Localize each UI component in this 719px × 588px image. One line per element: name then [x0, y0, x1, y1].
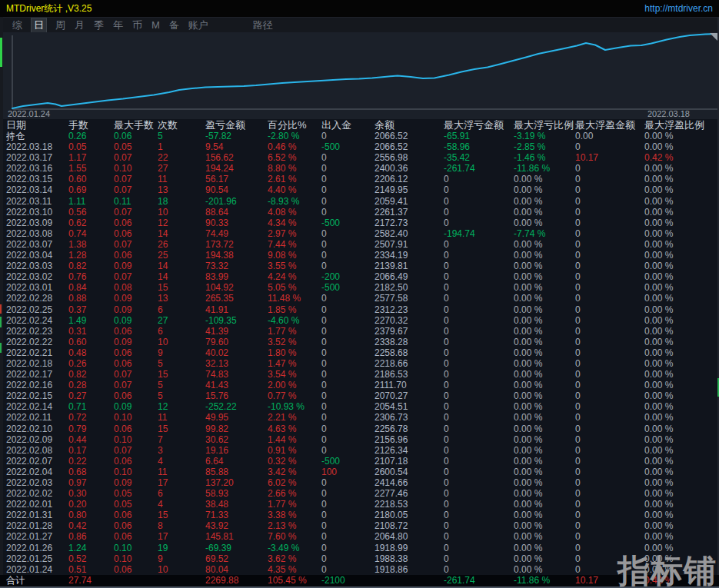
- table-row[interactable]: 2022.03.140.690.071390.544.40 %02149.950…: [0, 184, 719, 195]
- cell: 0: [575, 304, 644, 315]
- table-row[interactable]: 2022.03.071.380.0726173.727.44 %02507.91…: [0, 239, 719, 250]
- table-row[interactable]: 2022.02.020.300.05658.932.66 %02277.4600…: [0, 488, 719, 499]
- menu-item-路径[interactable]: 路径: [253, 18, 273, 32]
- cell: 0: [444, 553, 514, 564]
- table-row[interactable]: 2022.02.030.970.0917137.206.02 %02414.66…: [0, 477, 719, 488]
- cell: 2022.02.04: [6, 467, 68, 477]
- table-row[interactable]: 2022.03.161.550.1027194.248.80 %02400.36…: [0, 163, 719, 174]
- table-row[interactable]: 2022.03.010.840.0815104.925.05 %-5002182…: [0, 282, 719, 293]
- cell: 0.06: [114, 131, 158, 141]
- menu-item-综[interactable]: 综: [12, 18, 22, 32]
- cell: 0.00 %: [644, 445, 719, 456]
- table-row[interactable]: 2022.02.210.480.06940.021.80 %02258.6800…: [0, 347, 719, 358]
- cell: 1.28: [68, 250, 114, 261]
- table-row[interactable]: 2022.01.261.240.1019-69.39-3.49 %01918.9…: [0, 543, 719, 553]
- cell: 0: [575, 315, 644, 326]
- table-row[interactable]: 2022.03.020.760.071483.994.24 %-2002066.…: [0, 271, 719, 282]
- cell: 0.00 %: [644, 456, 719, 467]
- table-row[interactable]: 2022.03.111.110.1118-201.96-8.93 %02059.…: [0, 196, 719, 207]
- menu-item-周[interactable]: 周: [55, 18, 65, 32]
- table-row[interactable]: 2022.03.030.820.091473.323.55 %02139.810…: [0, 261, 719, 271]
- cell: 2022.03.08: [6, 228, 68, 239]
- table-row[interactable]: 2022.02.110.720.101149.952.21 %02306.730…: [0, 412, 719, 423]
- menu-item-账户[interactable]: 账户: [188, 18, 208, 32]
- table-row[interactable]: 2022.02.241.490.0927-109.35-4.60 %02270.…: [0, 315, 719, 326]
- table-row[interactable]: 2022.02.250.370.09641.911.85 %02312.2300…: [0, 304, 719, 315]
- table-row[interactable]: 2022.03.041.280.0625194.389.08 %02334.19…: [0, 250, 719, 261]
- table-row[interactable]: 2022.03.171.170.0722156.626.52 %02556.98…: [0, 152, 719, 163]
- cell: 0.00 %: [644, 531, 719, 542]
- table-row[interactable]: 2022.02.180.260.06532.131.47 %02218.6600…: [0, 358, 719, 369]
- table-row[interactable]: 2022.02.160.280.07541.432.00 %02111.7000…: [0, 380, 719, 390]
- cell: 2022.02.11: [6, 412, 68, 423]
- table-row[interactable]: 2022.02.100.790.061599.824.63 %02256.780…: [0, 424, 719, 434]
- table-row[interactable]: 2022.01.310.800.061571.333.38 %02180.050…: [0, 510, 719, 520]
- cell: 0: [321, 163, 374, 174]
- table-row[interactable]: 2022.02.090.440.10730.621.44 %02156.9600…: [0, 434, 719, 445]
- watermark: 指标铺: [617, 550, 717, 588]
- menu-item-季[interactable]: 季: [94, 18, 104, 32]
- cell: 2022.02.09: [6, 434, 68, 445]
- cell: 0.84: [68, 282, 114, 293]
- cell: 0: [444, 347, 514, 358]
- table-row[interactable]: 2022.02.140.710.0912-252.22-10.93 %02054…: [0, 401, 719, 412]
- cell: 0.00 %: [644, 196, 719, 207]
- table-row[interactable]: 2022.02.080.170.07319.160.91 %02126.3400…: [0, 445, 719, 456]
- border-accent: [0, 343, 2, 353]
- table-row[interactable]: 2022.02.150.270.06515.760.77 %02070.2700…: [0, 390, 719, 401]
- table-row[interactable]: 2022.02.040.680.101185.883.42 %1002600.5…: [0, 467, 719, 477]
- cell: 0.06: [114, 228, 158, 239]
- cell: 3.42 %: [268, 467, 321, 477]
- table-row[interactable]: 2022.01.280.420.06843.922.13 %02108.7200…: [0, 520, 719, 531]
- table-row[interactable]: 2022.02.010.200.05438.481.77 %02218.5300…: [0, 499, 719, 510]
- cell: 0.26: [68, 358, 114, 369]
- app-title: MTDriver统计 ,V3.25: [6, 2, 92, 15]
- cell: 0: [444, 326, 514, 337]
- table-row[interactable]: 持仓0.260.065-57.82-2.80 %02066.52-65.91-3…: [0, 131, 719, 141]
- table-row[interactable]: 2022.03.150.600.071156.172.61 %02206.120…: [0, 174, 719, 184]
- table-row[interactable]: 2022.03.100.560.071088.644.08 %02261.370…: [0, 207, 719, 218]
- cell: 0.00 %: [514, 401, 575, 412]
- table-row[interactable]: 2022.02.070.220.0646.640.32 %-5002107.18…: [0, 456, 719, 467]
- table-row[interactable]: 2022.02.280.880.0913265.3511.48 %02577.5…: [0, 293, 719, 304]
- cell: 0.00 %: [644, 218, 719, 228]
- cell: 0.06: [114, 326, 158, 337]
- cell: 2.66 %: [268, 488, 321, 499]
- table-row[interactable]: 2022.02.220.600.091079.603.52 %02338.280…: [0, 337, 719, 347]
- cell: -500: [321, 218, 374, 228]
- cell: 8.80 %: [268, 163, 321, 174]
- cell: 0.00 %: [514, 380, 575, 390]
- app-url-link[interactable]: http://mtdriver.cn: [644, 3, 713, 14]
- cell: 5: [158, 380, 205, 390]
- menu-item-M[interactable]: M: [151, 19, 160, 31]
- cell: 0.00 %: [514, 315, 575, 326]
- cell: 0.09: [114, 261, 158, 271]
- table-row[interactable]: 2022.03.080.740.061474.492.97 %02582.40-…: [0, 228, 719, 239]
- cell: 2022.03.01: [6, 282, 68, 293]
- menu-item-备[interactable]: 备: [169, 18, 179, 32]
- cell: 9.54: [205, 141, 268, 152]
- cell: -2100: [321, 575, 374, 586]
- menu-item-年[interactable]: 年: [113, 18, 123, 32]
- cell: -194.74: [444, 228, 514, 239]
- table-row[interactable]: 2022.02.170.820.071574.833.54 %02186.530…: [0, 369, 719, 380]
- table-row[interactable]: 2022.01.250.520.10969.523.62 %01988.3800…: [0, 553, 719, 564]
- table-row[interactable]: 2022.03.090.620.061290.334.34 %-5002172.…: [0, 218, 719, 228]
- column-header: 最大浮盈比例: [644, 119, 719, 131]
- cell: 0.00 %: [644, 261, 719, 271]
- table-row[interactable]: 2022.03.180.050.0519.540.46 %-5002066.52…: [0, 141, 719, 152]
- menu-item-币[interactable]: 币: [132, 18, 142, 32]
- menu-item-日[interactable]: 日: [32, 18, 46, 32]
- cell: 2.13 %: [268, 520, 321, 531]
- titlebar: MTDriver统计 ,V3.25 http://mtdriver.cn: [0, 0, 719, 17]
- menu-item-月[interactable]: 月: [75, 18, 85, 32]
- cell: 2218.66: [374, 358, 444, 369]
- table-row[interactable]: 2022.01.270.860.0617145.817.60 %02064.80…: [0, 531, 719, 542]
- cell: -65.91: [444, 131, 514, 141]
- table-row[interactable]: 2022.01.240.510.061080.044.35 %01918.860…: [0, 564, 719, 575]
- table-row[interactable]: 2022.02.230.310.06641.391.77 %02379.6700…: [0, 326, 719, 337]
- cell: 27: [158, 315, 205, 326]
- cell: 0: [444, 445, 514, 456]
- cell: 0: [321, 131, 374, 141]
- cell: 0.79: [68, 424, 114, 434]
